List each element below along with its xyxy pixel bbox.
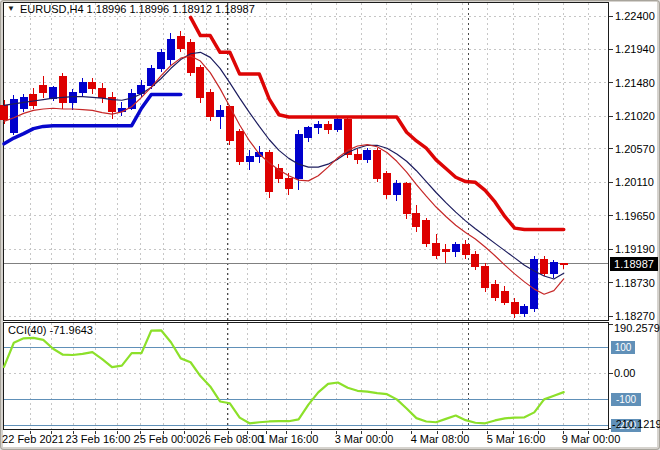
- time-axis-label: 3 Mar 00:00: [335, 433, 394, 445]
- price-axis-label: 1.21020: [615, 110, 655, 123]
- price-axis-label: 1.20570: [615, 143, 655, 156]
- time-axis[interactable]: 22 Feb 202123 Feb 16:0025 Feb 00:0026 Fe…: [3, 430, 657, 447]
- time-axis-label: 25 Feb 00:00: [134, 433, 199, 445]
- time-axis-label: 1 Mar 16:00: [260, 433, 319, 445]
- time-axis-label: 5 Mar 16:00: [487, 433, 546, 445]
- time-axis-label: 23 Feb 16:00: [66, 433, 131, 445]
- price-axis-label: 1.19190: [615, 243, 655, 256]
- price-axis-label: 1.22400: [615, 10, 655, 23]
- cci-max-label: 190.2579: [614, 322, 660, 335]
- chart-window: 1.224001.219401.214801.210201.205701.201…: [0, 0, 660, 450]
- price-axis-label: 1.20110: [615, 176, 654, 189]
- price-axis[interactable]: 1.224001.219401.214801.210201.205701.201…: [609, 2, 657, 430]
- indicator-label: CCI(40) -71.9643: [8, 324, 93, 337]
- chart-title-ohlc: EURUSD,H4 1.18996 1.18996 1.18912 1.1898…: [20, 3, 255, 16]
- cci-level-100-badge: 100: [611, 341, 635, 354]
- cci-indicator-panel[interactable]: [3, 322, 609, 430]
- time-axis-label: 22 Feb 2021: [2, 433, 64, 445]
- chart-menu-icon[interactable]: ▼: [7, 4, 15, 14]
- cci-level-minus100-badge: -100: [611, 393, 641, 406]
- price-chart-panel[interactable]: [3, 2, 609, 321]
- cci-zero-label: 0.00: [614, 367, 635, 380]
- price-axis-label: 1.21480: [615, 77, 655, 90]
- current-price-badge: 1.18987: [610, 257, 658, 271]
- cci-min-label: -210.1219: [612, 418, 660, 431]
- price-axis-label: 1.21940: [615, 43, 655, 56]
- time-axis-label: 9 Mar 00:00: [562, 433, 621, 445]
- time-axis-label: 26 Feb 08:00: [199, 433, 264, 445]
- time-axis-label: 4 Mar 08:00: [411, 433, 470, 445]
- price-axis-label: 1.18730: [615, 277, 655, 290]
- price-axis-label: 1.19650: [615, 210, 655, 223]
